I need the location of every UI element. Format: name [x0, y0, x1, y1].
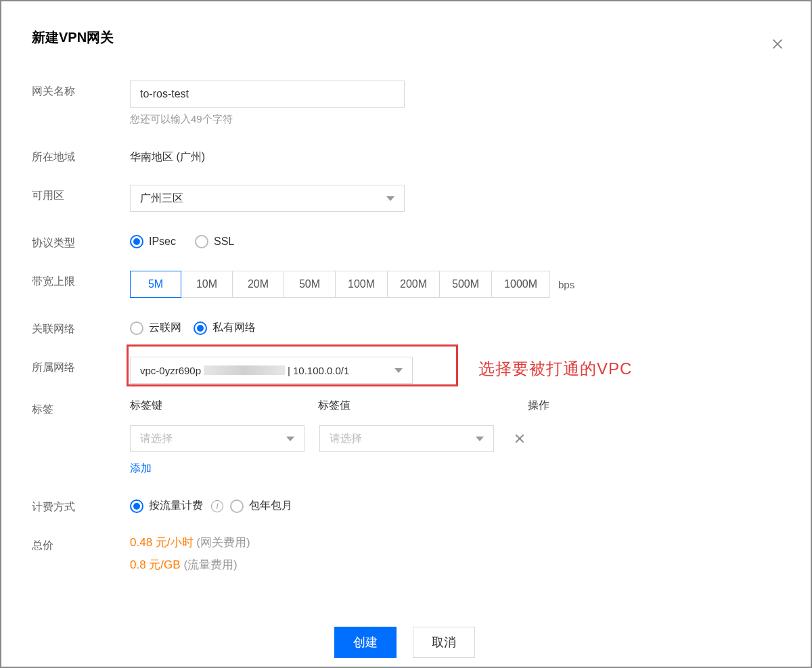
radio-protocol-ssl[interactable]: SSL [195, 235, 234, 248]
radio-protocol-ipsec[interactable]: IPsec [130, 235, 176, 248]
tag-row: 请选择 请选择 [130, 425, 549, 452]
dialog-new-vpn-gateway: 新建VPN网关 网关名称 您还可以输入49个字符 所在地域 华南地区 (广州) … [1, 1, 811, 667]
bandwidth-option-10m[interactable]: 10M [181, 271, 233, 298]
price-gateway: 0.48 元/小时 (网关费用) [130, 535, 777, 550]
label-protocol: 协议类型 [32, 232, 130, 250]
bandwidth-option-5m[interactable]: 5M [130, 271, 181, 298]
tag-header-key: 标签键 [130, 399, 318, 413]
radio-icon [130, 235, 143, 248]
radio-icon [130, 321, 143, 335]
close-icon[interactable] [770, 37, 785, 51]
row-total: 总价 0.48 元/小时 (网关费用) 0.8 元/GB (流量费用) [32, 535, 777, 579]
vpc-sep: | [288, 365, 290, 376]
row-assoc-network: 关联网络 云联网 私有网络 [32, 318, 777, 336]
bandwidth-option-20m[interactable]: 20M [233, 271, 284, 298]
label-zone: 可用区 [32, 185, 130, 203]
zone-select[interactable]: 广州三区 [130, 185, 405, 212]
label-bandwidth: 带宽上限 [32, 271, 130, 289]
label-region: 所在地域 [32, 146, 130, 164]
label-billing: 计费方式 [32, 496, 130, 514]
tag-header: 标签键 标签值 操作 [130, 399, 549, 413]
tag-value-select[interactable]: 请选择 [319, 425, 494, 452]
radio-icon [194, 321, 207, 335]
gateway-name-hint: 您还可以输入49个字符 [130, 113, 777, 126]
row-billing: 计费方式 按流量计费 i 包年包月 [32, 496, 777, 514]
tag-add-link[interactable]: 添加 [130, 462, 777, 476]
bandwidth-option-200m[interactable]: 200M [388, 271, 440, 298]
price-traffic: 0.8 元/GB (流量费用) [130, 557, 777, 573]
radio-icon [195, 235, 208, 248]
chevron-down-icon [386, 196, 394, 201]
dialog-footer: 创建 取消 [32, 627, 777, 658]
vpc-cidr: 10.100.0.0/1 [293, 365, 349, 376]
radio-icon [230, 499, 244, 513]
label-gateway-name: 网关名称 [32, 81, 130, 99]
bandwidth-option-500m[interactable]: 500M [440, 271, 492, 298]
radio-assoc-ccn[interactable]: 云联网 [130, 321, 181, 335]
label-total: 总价 [32, 535, 130, 553]
tag-header-op: 操作 [506, 399, 549, 413]
label-owning-network: 所属网络 [32, 357, 130, 375]
row-gateway-name: 网关名称 您还可以输入49个字符 [32, 81, 777, 126]
info-icon[interactable]: i [211, 500, 223, 512]
dialog-title: 新建VPN网关 [32, 28, 777, 47]
row-zone: 可用区 广州三区 [32, 185, 777, 212]
bandwidth-option-50m[interactable]: 50M [284, 271, 336, 298]
row-region: 所在地域 华南地区 (广州) [32, 146, 777, 164]
radio-assoc-vpc[interactable]: 私有网络 [194, 321, 256, 335]
label-assoc-network: 关联网络 [32, 318, 130, 336]
create-button[interactable]: 创建 [334, 627, 397, 658]
chevron-down-icon [394, 368, 403, 373]
vpc-id-masked [204, 365, 285, 375]
cancel-button[interactable]: 取消 [413, 627, 475, 658]
annotation-text: 选择要被打通的VPC [478, 358, 632, 380]
tag-delete-icon[interactable] [513, 432, 526, 445]
row-owning-network: 所属网络 vpc-0yzr690p | 10.100.0.0/1 选择要被打通的… [32, 357, 777, 384]
region-value: 华南地区 (广州) [130, 146, 777, 164]
bandwidth-option-1000m[interactable]: 1000M [492, 271, 550, 298]
radio-icon [130, 499, 143, 513]
zone-select-value: 广州三区 [140, 192, 183, 206]
bandwidth-option-100m[interactable]: 100M [336, 271, 388, 298]
chevron-down-icon [286, 437, 294, 441]
row-protocol: 协议类型 IPsec SSL [32, 232, 777, 250]
chevron-down-icon [476, 437, 484, 441]
label-tags: 标签 [32, 399, 130, 417]
radio-billing-usage[interactable]: 按流量计费 [130, 499, 203, 513]
row-bandwidth: 带宽上限 5M 10M 20M 50M 100M 200M 500M 1000M… [32, 271, 777, 298]
row-tags: 标签 标签键 标签值 操作 请选择 请选择 添加 [32, 399, 777, 476]
vpc-id-prefix: vpc-0yzr690p [140, 365, 201, 376]
bandwidth-segmented: 5M 10M 20M 50M 100M 200M 500M 1000M bps [130, 271, 777, 298]
tag-key-select[interactable]: 请选择 [130, 425, 304, 452]
vpc-select[interactable]: vpc-0yzr690p | 10.100.0.0/1 [130, 357, 413, 384]
radio-billing-monthly[interactable]: 包年包月 [230, 499, 292, 513]
bandwidth-unit: bps [558, 279, 574, 290]
tag-header-value: 标签值 [318, 399, 506, 413]
gateway-name-input[interactable] [130, 81, 405, 108]
